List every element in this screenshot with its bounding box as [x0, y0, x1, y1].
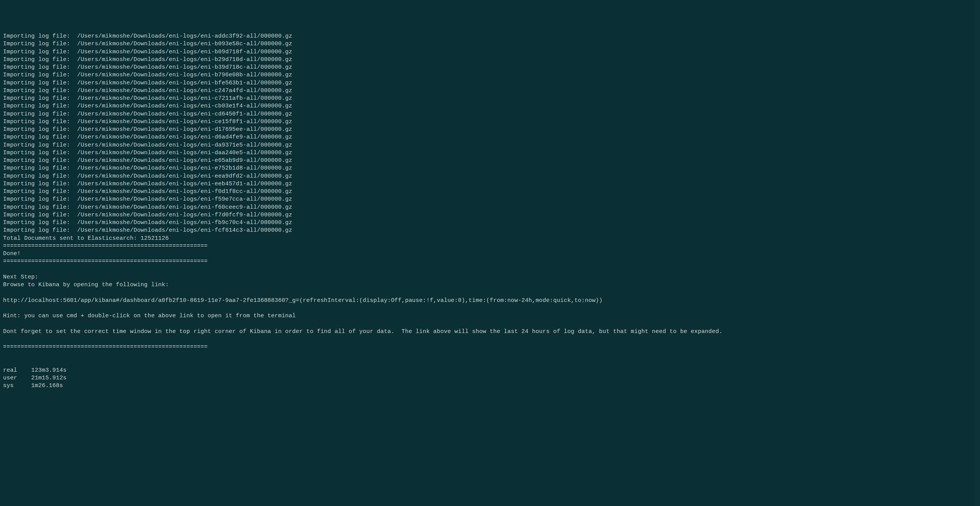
scrollbar-track[interactable]: [974, 0, 980, 506]
terminal-output[interactable]: Importing log file: /Users/mikmoshe/Down…: [3, 33, 977, 390]
